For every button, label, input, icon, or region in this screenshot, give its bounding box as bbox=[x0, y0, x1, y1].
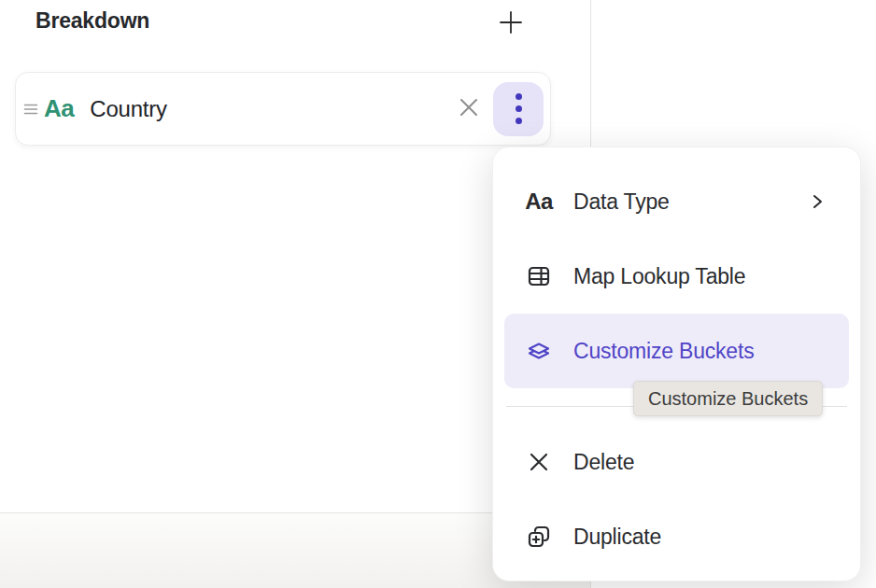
chevron-right-icon bbox=[808, 192, 827, 211]
breakdown-field-card: Aa Country bbox=[15, 72, 551, 146]
table-icon bbox=[523, 263, 555, 289]
kebab-dot-icon bbox=[516, 93, 522, 100]
drag-handle-icon[interactable] bbox=[21, 102, 40, 117]
kebab-dot-icon bbox=[516, 118, 522, 124]
field-name-label: Country bbox=[90, 96, 167, 122]
menu-item-label: Data Type bbox=[573, 189, 670, 215]
menu-item-label: Customize Buckets bbox=[573, 339, 754, 364]
kebab-dot-icon bbox=[516, 105, 522, 112]
menu-item-customize-buckets[interactable]: Customize Buckets bbox=[504, 314, 849, 388]
menu-item-duplicate[interactable]: Duplicate bbox=[504, 499, 849, 574]
duplicate-icon bbox=[523, 524, 555, 550]
customize-buckets-tooltip: Customize Buckets bbox=[633, 381, 823, 416]
close-icon bbox=[457, 95, 481, 122]
layers-icon bbox=[523, 338, 555, 364]
page-title: Breakdown bbox=[35, 8, 149, 34]
menu-item-data-type[interactable]: Aa Data Type bbox=[504, 164, 849, 239]
field-options-button[interactable] bbox=[493, 82, 544, 136]
menu-item-label: Duplicate bbox=[573, 525, 661, 550]
plus-icon bbox=[497, 8, 525, 39]
add-breakdown-button[interactable] bbox=[492, 5, 530, 42]
breakdown-panel: Breakdown Aa Country bbox=[0, 0, 876, 588]
menu-item-label: Map Lookup Table bbox=[573, 264, 745, 289]
field-options-menu: Aa Data Type Map Lookup Table bbox=[492, 147, 861, 581]
menu-item-map-lookup-table[interactable]: Map Lookup Table bbox=[504, 239, 849, 314]
remove-field-button[interactable] bbox=[450, 91, 487, 128]
field-type-badge: Aa bbox=[44, 94, 74, 123]
menu-item-delete[interactable]: Delete bbox=[504, 425, 849, 499]
x-icon bbox=[523, 451, 555, 473]
menu-item-label: Delete bbox=[573, 450, 634, 475]
data-type-aa-icon: Aa bbox=[523, 189, 555, 215]
